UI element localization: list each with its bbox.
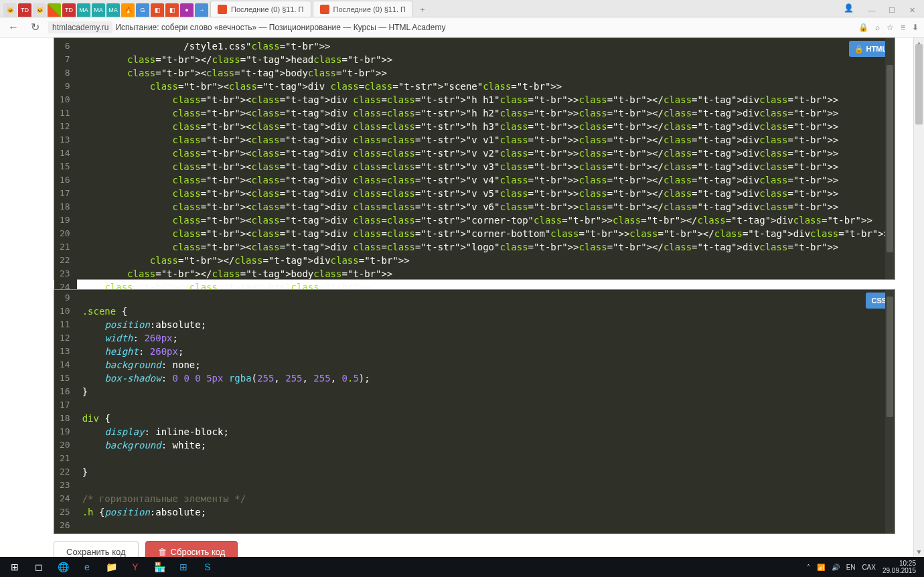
taskview-button[interactable]: ◻ [27,557,51,577]
html-gutter: 6789101112131415161718192021222324 [54,38,77,295]
mini-tab[interactable]: MA [77,3,90,17]
new-tab-button[interactable]: + [416,3,429,17]
minimize-button[interactable]: — [862,3,881,17]
mini-tab[interactable]: MA [92,3,105,17]
taskbar-app[interactable]: e [75,557,99,577]
url-host: htmlacademy.ru [48,21,112,33]
system-tray: ˄ 📶 🔊 EN САХ 10:25 29.09.2015 [807,560,921,574]
mini-tab[interactable] [48,3,61,17]
html-code[interactable]: /style1.css"class="t-br">> class="t-br">… [77,38,895,295]
css-code[interactable]: .scene { position:absolute; width: 260px… [77,290,376,533]
taskbar-app[interactable]: Y [123,557,147,577]
back-button[interactable]: ← [5,19,21,35]
browser-tab[interactable]: Последние (0) §11. П [313,1,414,17]
scroll-down-icon[interactable]: ▼ [914,546,924,557]
tab-strip: 🐱 TD 🐱 TD MA MA MA 🔥 G ◧ ◧ ● → Последние… [0,0,924,17]
mini-tab[interactable]: MA [106,3,120,17]
page-content: 🔒 HTML 678910111213141516171819202122232… [0,37,924,557]
maximize-button[interactable]: ☐ [882,3,901,17]
tab-label: Последние (0) §11. П [231,5,304,13]
taskbar-app[interactable]: 🏪 [147,557,171,577]
scrollbar-thumb[interactable] [915,44,923,125]
wifi-icon[interactable]: 📶 [817,564,825,571]
editor-scrollbar[interactable] [885,290,895,533]
close-button[interactable]: ✕ [903,3,921,17]
mini-tab[interactable]: ● [180,3,194,17]
taskbar-app[interactable]: ⊞ [171,557,196,577]
reload-button[interactable]: ↻ [27,19,43,35]
css-gutter: 91011121314151617181920212223242526 [54,290,77,533]
profile-icon[interactable]: 👤 [844,3,861,17]
taskbar-app[interactable]: 📁 [99,557,123,577]
mini-tab[interactable]: 🔥 [121,3,135,17]
address-input[interactable]: htmlacademy.ru Испытание: собери слово «… [48,21,445,33]
star-icon[interactable]: ☆ [887,23,894,32]
mini-tab[interactable]: → [195,3,208,17]
html-editor[interactable]: 🔒 HTML 678910111213141516171819202122232… [54,37,895,280]
mini-tab[interactable]: G [136,3,149,17]
page-title: Испытание: собери слово «вечность» — Поз… [115,23,445,32]
page-scrollbar[interactable]: ▲ ▼ [913,37,924,557]
lock-icon: 🔒 [854,42,864,56]
css-editor[interactable]: CSS 91011121314151617181920212223242526 … [54,289,895,534]
volume-icon[interactable]: 🔊 [832,564,840,571]
browser-tab-active[interactable]: Последние (0) §11. П [210,1,311,17]
mini-tab[interactable]: 🐱 [3,3,17,17]
menu-icon[interactable]: ≡ [901,23,905,32]
html5-favicon [218,5,227,14]
language-indicator[interactable]: EN [846,564,856,571]
address-bar: ← ↻ htmlacademy.ru Испытание: собери сло… [0,17,924,37]
mini-tab[interactable]: ◧ [151,3,164,17]
ime-indicator[interactable]: САХ [862,564,876,571]
mini-tab[interactable]: TD [18,3,31,17]
tab-label: Последние (0) §11. П [333,5,406,13]
tray-chevron-up-icon[interactable]: ˄ [807,564,810,571]
mini-tab[interactable]: 🐱 [33,3,46,17]
editor-scrollbar[interactable] [885,38,895,279]
trash-icon: 🗑 [158,547,167,557]
search-icon[interactable]: ⌕ [875,23,880,32]
clock[interactable]: 10:25 29.09.2015 [882,560,916,574]
taskbar: ⊞ ◻ 🌐 e 📁 Y 🏪 ⊞ S ˄ 📶 🔊 EN САХ 10:25 29.… [0,557,924,577]
scrollbar-thumb[interactable] [887,297,893,417]
browser-chrome: 🐱 TD 🐱 TD MA MA MA 🔥 G ◧ ◧ ● → Последние… [0,0,924,37]
taskbar-app[interactable]: S [196,557,220,577]
scrollbar-thumb[interactable] [887,65,893,252]
taskbar-app[interactable]: 🌐 [51,557,75,577]
mini-tab[interactable]: ◧ [165,3,179,17]
html5-favicon [320,5,329,14]
start-button[interactable]: ⊞ [3,557,27,577]
lock-icon: 🔒 [858,23,868,32]
mini-tab[interactable]: TD [62,3,76,17]
download-icon[interactable]: ⬇ [912,23,919,32]
